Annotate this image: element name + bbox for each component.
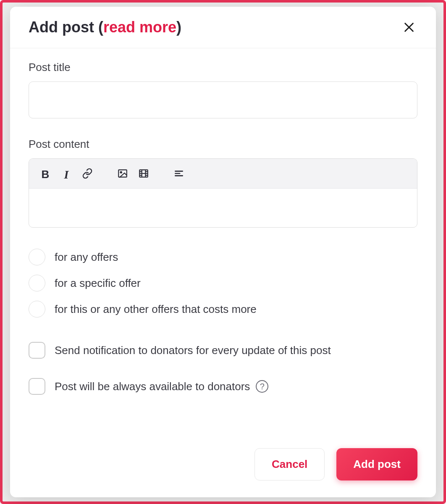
checkbox-group: Send notification to donators for every … [29, 342, 417, 395]
title-paren-open: ( [98, 18, 103, 36]
editor-toolbar: B I [29, 159, 417, 189]
italic-button[interactable]: I [58, 165, 75, 182]
title-paren-close: ) [176, 18, 181, 36]
radio-any-offers[interactable] [29, 249, 45, 265]
editor-container: B I [29, 158, 417, 228]
modal-body: Post title Post content B I [10, 48, 436, 438]
link-icon [82, 168, 93, 179]
checkbox-notify-label[interactable]: Send notification to donators for every … [55, 344, 331, 357]
checkbox-notify[interactable] [29, 342, 45, 359]
radio-specific-offer-label[interactable]: for a specific offer [55, 277, 141, 290]
bold-icon: B [40, 168, 51, 179]
link-button[interactable] [79, 165, 96, 182]
radio-row-any-offers: for any offers [29, 249, 417, 265]
svg-point-1 [121, 172, 122, 173]
help-icon[interactable]: ? [256, 380, 268, 393]
radio-more-expensive-label[interactable]: for this or any other offers that costs … [55, 303, 257, 316]
radio-row-specific-offer: for a specific offer [29, 275, 417, 291]
checkbox-always-available-label[interactable]: Post will be always available to donator… [55, 380, 268, 393]
checkbox-always-available[interactable] [29, 378, 45, 395]
radio-specific-offer[interactable] [29, 275, 45, 291]
check-row-always-available: Post will be always available to donator… [29, 378, 417, 395]
modal-overlay: Add post (read more) Post title Post con… [0, 0, 446, 504]
post-content-label: Post content [29, 138, 417, 151]
offer-scope-radio-group: for any offers for a specific offer for … [29, 249, 417, 318]
align-button[interactable] [170, 165, 188, 182]
video-icon [138, 168, 149, 179]
radio-any-offers-label[interactable]: for any offers [55, 251, 118, 264]
read-more-link[interactable]: read more [103, 18, 176, 36]
post-title-input[interactable] [29, 81, 417, 118]
image-icon [117, 168, 128, 179]
radio-row-more-expensive: for this or any other offers that costs … [29, 301, 417, 318]
add-post-button[interactable]: Add post [336, 448, 417, 480]
image-button[interactable] [114, 165, 131, 182]
radio-more-expensive[interactable] [29, 301, 45, 318]
checkbox-always-text: Post will be always available to donator… [55, 380, 250, 393]
align-icon [173, 168, 184, 179]
close-button[interactable] [401, 19, 417, 36]
post-title-label: Post title [29, 61, 417, 74]
modal-title: Add post (read more) [29, 18, 181, 36]
bold-button[interactable]: B [37, 165, 54, 182]
cancel-button[interactable]: Cancel [254, 448, 325, 480]
video-button[interactable] [135, 165, 152, 182]
modal-header: Add post (read more) [10, 7, 436, 48]
post-content-editor[interactable] [29, 189, 417, 227]
close-icon [403, 21, 415, 33]
title-prefix: Add post [29, 18, 98, 36]
check-row-notify: Send notification to donators for every … [29, 342, 417, 359]
italic-icon: I [61, 168, 72, 179]
add-post-modal: Add post (read more) Post title Post con… [10, 7, 436, 497]
modal-footer: Cancel Add post [10, 438, 436, 497]
